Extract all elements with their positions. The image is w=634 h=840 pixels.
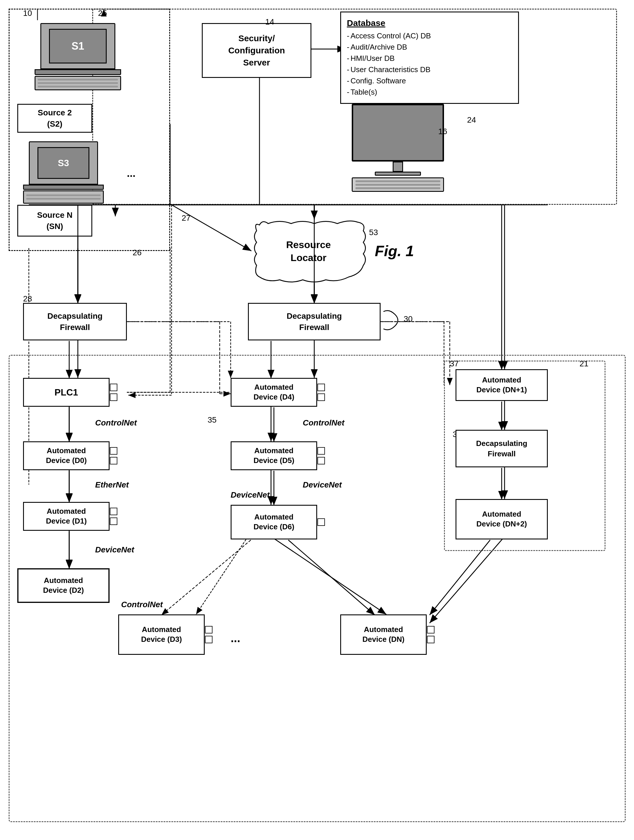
ad-d2: AutomatedDevice (D2) (17, 568, 110, 603)
ad-dn: AutomatedDevice (DN) (340, 614, 427, 655)
monitor-screen (352, 104, 444, 161)
db-item-6: Table(s) (347, 87, 513, 98)
wavy-line-30 (380, 309, 404, 335)
s3-base (23, 185, 104, 190)
s3-screen: S3 (38, 147, 89, 179)
s1-screen: S1 (49, 29, 107, 63)
fig-label: Fig. 1 (375, 242, 414, 260)
ad-d0: AutomatedDevice (D0) (23, 441, 110, 470)
decap-fw-center: DecapsulatingFirewall (248, 303, 380, 340)
resource-locator-svg: Resource Locator (251, 219, 366, 283)
ref-24: 24 (467, 115, 476, 125)
ad-d5: AutomatedDevice (D5) (231, 441, 317, 470)
db-item-1: Access Control (AC) DB (347, 30, 513, 41)
ad-d3: AutomatedDevice (D3) (118, 614, 205, 655)
ref-37: 37 (450, 359, 459, 368)
s3-laptop-area: S3 (17, 141, 115, 199)
net-ethernet-1: EtherNet (95, 480, 129, 489)
net-controlnet-2: ControlNet (303, 418, 345, 428)
db-item-5: Config. Software (347, 75, 513, 87)
ref-53: 53 (369, 228, 378, 237)
ref-35: 35 (208, 415, 216, 425)
source2-box: Source 2(S2) (17, 104, 92, 133)
ref-28: 28 (23, 294, 32, 303)
ref-27: 27 (181, 213, 191, 223)
ref-14: 14 (265, 17, 274, 27)
keyboard (352, 177, 444, 192)
net-devicenet-1: DeviceNet (95, 545, 134, 554)
monitor-base (375, 172, 421, 176)
dots-devices: ... (231, 632, 240, 645)
s1-base (35, 69, 121, 75)
database-items: Access Control (AC) DB Audit/Archive DB … (347, 30, 513, 98)
ref-30: 30 (404, 314, 413, 324)
ad-d6: AutomatedDevice (D6) (231, 505, 317, 539)
db-item-2: Audit/Archive DB (347, 41, 513, 53)
s1-laptop-area: S1 (23, 23, 132, 92)
ad-d1: AutomatedDevice (D1) (23, 502, 110, 531)
decap-fw-right: DecapsulatingFirewall (456, 430, 548, 467)
database-title: Database (347, 18, 513, 28)
ref-16: 16 (438, 127, 447, 136)
resource-locator-wrapper: Resource Locator (251, 219, 366, 284)
ad-d4: AutomatedDevice (D4) (231, 378, 317, 407)
decap-fw-left: DecapsulatingFirewall (23, 303, 127, 340)
svg-text:Locator: Locator (291, 252, 326, 263)
plc1-box: PLC1 (23, 378, 110, 407)
monitor-stand (393, 161, 403, 172)
net-devicenet-3: DeviceNet (231, 490, 270, 500)
svg-line-64 (172, 205, 251, 251)
ref-21: 21 (579, 359, 588, 368)
net-controlnet-1: ControlNet (95, 418, 137, 428)
diagram-container: 10 25 S1 Source 2(S2) S3 (0, 0, 634, 840)
dots-sources: ... (127, 167, 136, 179)
s1-keyboard (35, 76, 121, 90)
security-server: Security/ConfigurationServer (202, 23, 311, 78)
svg-text:Resource: Resource (286, 239, 331, 250)
sourceN-box: Source N(SN) (17, 205, 92, 237)
net-devicenet-2: DeviceNet (303, 480, 342, 489)
ad-dn2: AutomatedDevice (DN+2) (456, 499, 548, 539)
s3-keyboard (23, 190, 104, 204)
net-controlnet-3: ControlNet (121, 600, 163, 609)
db-item-4: User Characteristics DB (347, 64, 513, 75)
ad-dn1: AutomatedDevice (DN+1) (456, 369, 548, 401)
ref-26: 26 (132, 248, 142, 257)
db-item-3: HMI/User DB (347, 53, 513, 64)
monitor-area (340, 104, 456, 190)
database-box: Database Access Control (AC) DB Audit/Ar… (340, 11, 519, 104)
